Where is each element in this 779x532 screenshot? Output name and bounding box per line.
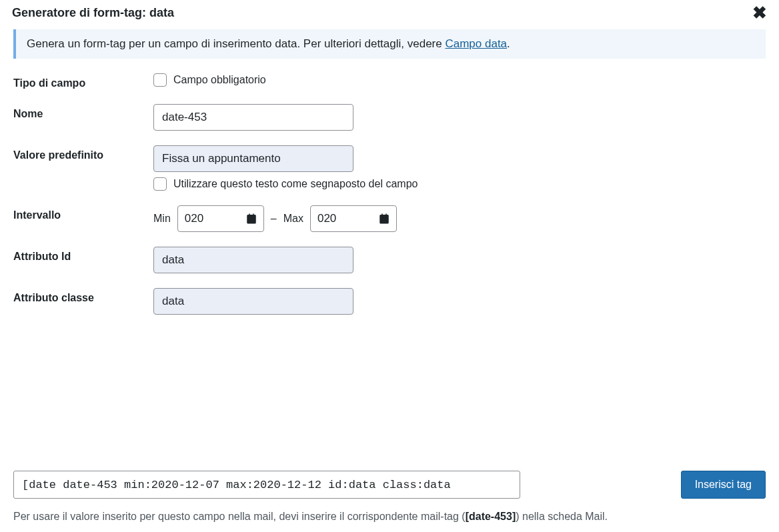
footer-mail-tag: [date-453] [466,511,516,522]
label-id-attr: Attributo Id [13,247,153,263]
output-bar: Inserisci tag [13,471,766,499]
dialog-content: Genera un form-tag per un campo di inser… [0,29,779,315]
range-separator: – [271,213,277,225]
notice-text-after: . [507,37,510,50]
footer-hint: Per usare il valore inserito per questo … [13,511,766,523]
row-default-value: Valore predefinito Utilizzare questo tes… [13,145,766,191]
default-value-input[interactable] [153,145,353,172]
dialog-title: Generatore di form-tag: data [12,6,174,20]
min-date-input[interactable] [177,205,264,232]
row-id-attr: Attributo Id [13,247,766,273]
required-checkbox-wrap[interactable]: Campo obbligatorio [153,73,766,87]
required-checkbox[interactable] [153,73,167,87]
label-field-type: Tipo di campo [13,73,153,89]
footer-text-after: ) nella scheda Mail. [516,511,608,522]
label-name: Nome [13,104,153,120]
generated-tag-input[interactable] [13,471,520,499]
insert-tag-button[interactable]: Inserisci tag [681,471,766,499]
notice-link[interactable]: Campo data [445,37,507,50]
min-label: Min [153,213,171,225]
row-range: Intervallo Min – Max [13,205,766,232]
notice-text: Genera un form-tag per un campo di inser… [27,37,445,50]
row-name: Nome [13,104,766,131]
label-class-attr: Attributo classe [13,288,153,304]
required-checkbox-label: Campo obbligatorio [173,74,266,86]
row-field-type: Tipo di campo Campo obbligatorio [13,73,766,89]
close-icon[interactable]: ✖ [752,4,767,21]
placeholder-checkbox[interactable] [153,177,167,191]
row-class-attr: Attributo classe [13,288,766,315]
label-range: Intervallo [13,205,153,221]
footer-text-before: Per usare il valore inserito per questo … [13,511,466,522]
class-attr-input[interactable] [153,288,353,315]
label-default-value: Valore predefinito [13,145,153,161]
info-notice: Genera un form-tag per un campo di inser… [13,29,766,59]
max-label: Max [283,213,303,225]
dialog-header: Generatore di form-tag: data ✖ [0,0,779,25]
id-attr-input[interactable] [153,247,353,273]
max-date-input[interactable] [310,205,397,232]
name-input[interactable] [153,104,353,131]
placeholder-checkbox-label: Utilizzare questo testo come segnaposto … [173,178,418,190]
